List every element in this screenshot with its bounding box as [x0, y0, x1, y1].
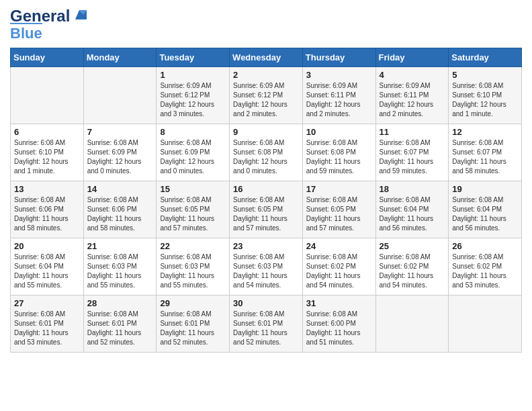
day-number: 29	[160, 298, 226, 308]
day-cell: 6Sunrise: 6:08 AM Sunset: 6:10 PM Daylig…	[11, 124, 84, 181]
day-info: Sunrise: 6:08 AM Sunset: 6:03 PM Dayligh…	[233, 253, 299, 290]
day-info: Sunrise: 6:08 AM Sunset: 6:04 PM Dayligh…	[380, 195, 445, 233]
day-cell: 1Sunrise: 6:09 AM Sunset: 6:12 PM Daylig…	[157, 67, 230, 124]
day-cell: 10Sunrise: 6:08 AM Sunset: 6:08 PM Dayli…	[302, 124, 375, 181]
day-info: Sunrise: 6:08 AM Sunset: 6:05 PM Dayligh…	[233, 195, 299, 233]
day-cell: 30Sunrise: 6:08 AM Sunset: 6:01 PM Dayli…	[230, 295, 303, 353]
day-cell	[449, 295, 522, 353]
day-cell: 23Sunrise: 6:08 AM Sunset: 6:03 PM Dayli…	[230, 238, 303, 295]
day-info: Sunrise: 6:08 AM Sunset: 6:02 PM Dayligh…	[306, 253, 372, 290]
day-info: Sunrise: 6:08 AM Sunset: 6:04 PM Dayligh…	[14, 253, 80, 290]
day-info: Sunrise: 6:08 AM Sunset: 6:08 PM Dayligh…	[306, 138, 372, 176]
day-number: 26	[452, 241, 518, 251]
day-info: Sunrise: 6:08 AM Sunset: 6:09 PM Dayligh…	[87, 138, 153, 176]
day-number: 4	[380, 70, 445, 80]
week-row-2: 6Sunrise: 6:08 AM Sunset: 6:10 PM Daylig…	[11, 124, 522, 181]
day-number: 14	[87, 184, 153, 194]
day-header-sunday: Sunday	[11, 48, 84, 67]
week-row-1: 1Sunrise: 6:09 AM Sunset: 6:12 PM Daylig…	[11, 67, 522, 124]
day-info: Sunrise: 6:08 AM Sunset: 6:05 PM Dayligh…	[306, 195, 372, 233]
day-number: 3	[306, 70, 372, 80]
day-info: Sunrise: 6:08 AM Sunset: 6:06 PM Dayligh…	[87, 195, 153, 233]
day-info: Sunrise: 6:08 AM Sunset: 6:03 PM Dayligh…	[160, 253, 226, 290]
day-info: Sunrise: 6:09 AM Sunset: 6:11 PM Dayligh…	[306, 81, 372, 119]
logo: General Blue	[10, 7, 87, 42]
day-number: 19	[452, 184, 518, 194]
day-cell: 21Sunrise: 6:08 AM Sunset: 6:03 PM Dayli…	[83, 238, 157, 295]
day-cell: 11Sunrise: 6:08 AM Sunset: 6:07 PM Dayli…	[375, 124, 449, 181]
day-number: 2	[233, 70, 299, 80]
day-number: 9	[233, 127, 299, 137]
day-cell: 24Sunrise: 6:08 AM Sunset: 6:02 PM Dayli…	[302, 238, 375, 295]
day-header-thursday: Thursday	[302, 48, 375, 67]
day-cell: 31Sunrise: 6:08 AM Sunset: 6:00 PM Dayli…	[302, 295, 375, 353]
day-number: 6	[14, 127, 80, 137]
day-cell: 13Sunrise: 6:08 AM Sunset: 6:06 PM Dayli…	[11, 181, 84, 238]
day-number: 21	[87, 241, 153, 251]
day-cell: 2Sunrise: 6:09 AM Sunset: 6:12 PM Daylig…	[230, 67, 303, 124]
logo-blue: Blue	[10, 23, 42, 42]
day-number: 7	[87, 127, 153, 137]
day-number: 17	[306, 184, 372, 194]
day-header-saturday: Saturday	[449, 48, 522, 67]
day-cell: 18Sunrise: 6:08 AM Sunset: 6:04 PM Dayli…	[375, 181, 449, 238]
day-cell: 16Sunrise: 6:08 AM Sunset: 6:05 PM Dayli…	[230, 181, 303, 238]
day-number: 10	[306, 127, 372, 137]
day-cell: 3Sunrise: 6:09 AM Sunset: 6:11 PM Daylig…	[302, 67, 375, 124]
day-number: 25	[380, 241, 445, 251]
day-number: 13	[14, 184, 80, 194]
day-number: 23	[233, 241, 299, 251]
day-number: 20	[14, 241, 80, 251]
week-row-4: 20Sunrise: 6:08 AM Sunset: 6:04 PM Dayli…	[11, 238, 522, 295]
day-info: Sunrise: 6:08 AM Sunset: 6:06 PM Dayligh…	[14, 195, 80, 233]
calendar-table: SundayMondayTuesdayWednesdayThursdayFrid…	[10, 48, 522, 353]
day-cell: 25Sunrise: 6:08 AM Sunset: 6:02 PM Dayli…	[375, 238, 449, 295]
day-cell: 7Sunrise: 6:08 AM Sunset: 6:09 PM Daylig…	[83, 124, 157, 181]
day-number: 8	[160, 127, 226, 137]
day-number: 16	[233, 184, 299, 194]
week-row-5: 27Sunrise: 6:08 AM Sunset: 6:01 PM Dayli…	[11, 295, 522, 353]
day-cell: 5Sunrise: 6:08 AM Sunset: 6:10 PM Daylig…	[449, 67, 522, 124]
day-info: Sunrise: 6:08 AM Sunset: 6:01 PM Dayligh…	[233, 310, 299, 347]
day-info: Sunrise: 6:08 AM Sunset: 6:07 PM Dayligh…	[380, 138, 445, 176]
day-number: 27	[14, 298, 80, 308]
day-number: 24	[306, 241, 372, 251]
day-cell	[375, 295, 449, 353]
day-cell: 17Sunrise: 6:08 AM Sunset: 6:05 PM Dayli…	[302, 181, 375, 238]
day-number: 5	[452, 70, 518, 80]
day-info: Sunrise: 6:09 AM Sunset: 6:12 PM Dayligh…	[160, 81, 226, 119]
day-cell	[11, 67, 84, 124]
week-row-3: 13Sunrise: 6:08 AM Sunset: 6:06 PM Dayli…	[11, 181, 522, 238]
day-cell: 20Sunrise: 6:08 AM Sunset: 6:04 PM Dayli…	[11, 238, 84, 295]
day-info: Sunrise: 6:08 AM Sunset: 6:04 PM Dayligh…	[452, 195, 518, 233]
day-number: 18	[380, 184, 445, 194]
day-cell: 14Sunrise: 6:08 AM Sunset: 6:06 PM Dayli…	[83, 181, 157, 238]
day-info: Sunrise: 6:08 AM Sunset: 6:01 PM Dayligh…	[87, 310, 153, 347]
day-info: Sunrise: 6:08 AM Sunset: 6:01 PM Dayligh…	[160, 310, 226, 347]
day-info: Sunrise: 6:08 AM Sunset: 6:03 PM Dayligh…	[87, 253, 153, 290]
page-header: General Blue	[10, 7, 522, 42]
day-number: 30	[233, 298, 299, 308]
day-info: Sunrise: 6:09 AM Sunset: 6:11 PM Dayligh…	[380, 81, 445, 119]
day-header-tuesday: Tuesday	[157, 48, 230, 67]
day-info: Sunrise: 6:08 AM Sunset: 6:01 PM Dayligh…	[14, 310, 80, 347]
day-cell: 27Sunrise: 6:08 AM Sunset: 6:01 PM Dayli…	[11, 295, 84, 353]
day-info: Sunrise: 6:08 AM Sunset: 6:10 PM Dayligh…	[14, 138, 80, 176]
day-cell: 9Sunrise: 6:08 AM Sunset: 6:08 PM Daylig…	[230, 124, 303, 181]
day-header-friday: Friday	[375, 48, 449, 67]
day-info: Sunrise: 6:08 AM Sunset: 6:05 PM Dayligh…	[160, 195, 226, 233]
day-cell: 22Sunrise: 6:08 AM Sunset: 6:03 PM Dayli…	[157, 238, 230, 295]
header-row: SundayMondayTuesdayWednesdayThursdayFrid…	[11, 48, 522, 67]
day-info: Sunrise: 6:08 AM Sunset: 6:00 PM Dayligh…	[306, 310, 372, 347]
day-cell: 19Sunrise: 6:08 AM Sunset: 6:04 PM Dayli…	[449, 181, 522, 238]
day-number: 12	[452, 127, 518, 137]
day-info: Sunrise: 6:09 AM Sunset: 6:12 PM Dayligh…	[233, 81, 299, 119]
day-number: 22	[160, 241, 226, 251]
day-number: 31	[306, 298, 372, 308]
day-cell: 28Sunrise: 6:08 AM Sunset: 6:01 PM Dayli…	[83, 295, 157, 353]
day-number: 15	[160, 184, 226, 194]
day-cell: 26Sunrise: 6:08 AM Sunset: 6:02 PM Dayli…	[449, 238, 522, 295]
logo-icon	[72, 7, 87, 22]
day-header-monday: Monday	[83, 48, 157, 67]
day-header-wednesday: Wednesday	[230, 48, 303, 67]
